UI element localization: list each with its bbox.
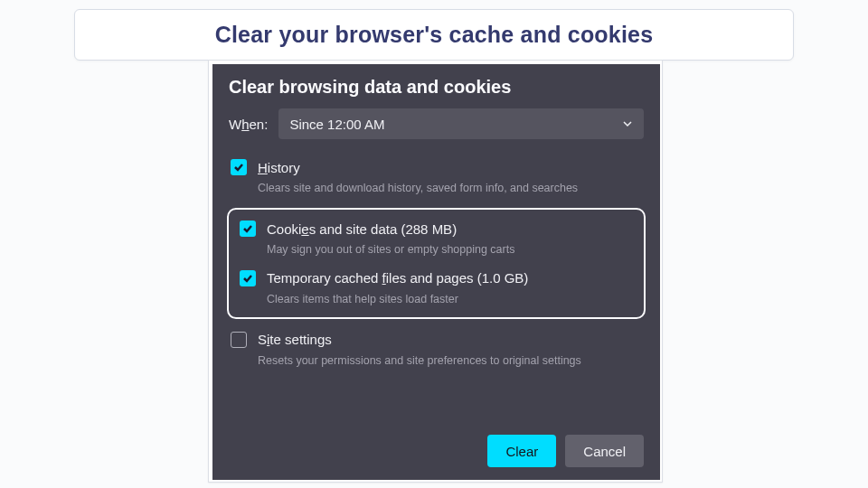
cookies-desc: May sign you out of sites or empty shopp… [267,242,635,257]
clear-data-dialog: Clear browsing data and cookies When: Si… [212,64,660,480]
cache-label[interactable]: Temporary cached files and pages (1.0 GB… [267,270,528,286]
option-history: History Clears site and download history… [229,159,644,195]
cache-checkbox[interactable] [240,270,256,286]
history-checkbox[interactable] [231,159,247,175]
option-cache: Temporary cached files and pages (1.0 GB… [238,270,635,306]
check-icon [242,273,253,284]
option-site-settings: Site settings Resets your permissions an… [229,332,644,368]
when-label: When: [229,117,268,132]
history-desc: Clears site and download history, saved … [258,181,644,195]
option-cookies: Cookies and site data (288 MB) May sign … [238,221,635,257]
dialog-buttons: Clear Cancel [487,435,644,467]
clear-button[interactable]: Clear [487,435,556,467]
check-icon [233,162,244,173]
instruction-banner: Clear your browser's cache and cookies [74,9,794,61]
history-label[interactable]: History [258,160,300,175]
instruction-text: Clear your browser's cache and cookies [215,22,654,48]
dialog-title: Clear browsing data and cookies [229,77,644,98]
cookies-label[interactable]: Cookies and site data (288 MB) [267,221,457,237]
site-settings-label[interactable]: Site settings [258,332,332,347]
chevron-down-icon [622,118,633,129]
highlighted-options: Cookies and site data (288 MB) May sign … [227,208,646,319]
time-range-value: Since 12:00 AM [289,117,384,132]
site-settings-desc: Resets your permissions and site prefere… [258,353,644,368]
screenshot-card: Clear browsing data and cookies When: Si… [208,60,663,483]
cancel-button[interactable]: Cancel [565,435,644,467]
check-icon [242,223,253,234]
cookies-checkbox[interactable] [240,221,256,237]
site-settings-checkbox[interactable] [231,332,247,348]
time-range-row: When: Since 12:00 AM [229,108,644,139]
cache-desc: Clears items that help sites load faster [267,292,635,306]
time-range-select[interactable]: Since 12:00 AM [278,108,644,139]
